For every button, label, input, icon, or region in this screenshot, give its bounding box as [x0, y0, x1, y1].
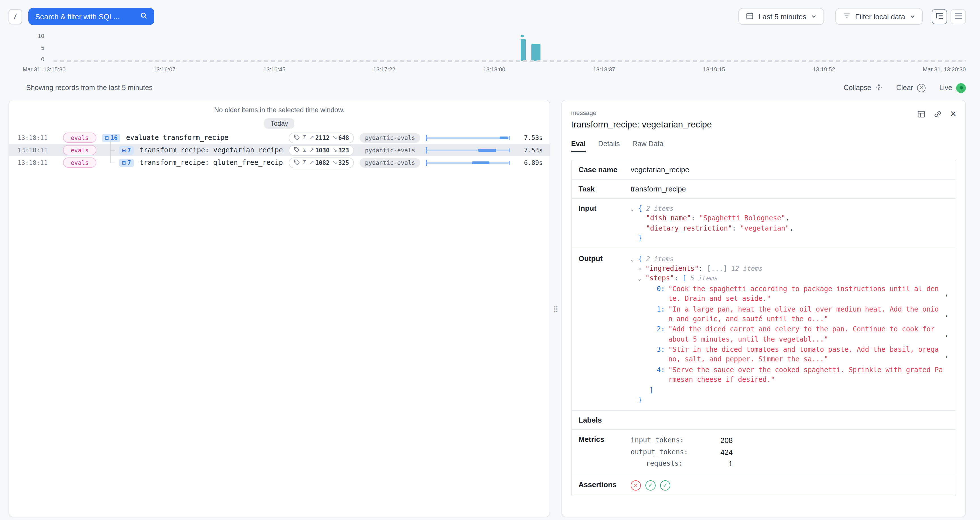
output-json-viewer: {2 items "ingredients"[...]12 items "ste…	[631, 254, 949, 405]
assertion-fail-icon[interactable]	[631, 480, 641, 491]
tree-connector-stub	[110, 150, 115, 151]
span-count-toggle[interactable]: 7	[119, 159, 134, 167]
trace-time: 13:18:11	[18, 159, 57, 166]
records-timeline-chart: 10 5 0 Mar 31. 13:15:30 13:16:07 13:16:4…	[0, 30, 980, 73]
collapse-box-icon	[105, 134, 108, 141]
span-title[interactable]: transform_recipe: vegetarian_recipe	[140, 146, 283, 154]
open-brace: {	[638, 205, 642, 212]
trace-list-panel: No older items in the selected time wind…	[8, 100, 550, 517]
close-bracket: ]	[649, 386, 653, 394]
time-range-label: Last 5 minutes	[759, 12, 807, 21]
json-key: "dish_name"	[646, 214, 699, 222]
tag-icon	[294, 159, 300, 166]
sql-search-label: Search & filter with SQL...	[35, 12, 120, 21]
output-tokens-count: 325	[338, 159, 349, 166]
trace-row[interactable]: 13:18:11 evals 16 evaluate transform_rec…	[9, 132, 550, 144]
case-name-value: vegetarian_recipe	[631, 165, 949, 174]
eval-table: Case name vegetarian_recipe Task transfo…	[571, 160, 956, 496]
trace-row[interactable]: 13:18:11 evals 7 transform_recipe: veget…	[9, 144, 550, 156]
time-range-dropdown[interactable]: Last 5 minutes	[739, 8, 824, 25]
collapse-button[interactable]: Collapse	[843, 83, 883, 93]
expand-node-icon[interactable]	[638, 265, 645, 274]
timeline-bar[interactable]	[531, 44, 541, 60]
tree-view-button[interactable]	[932, 9, 947, 24]
json-string-value: "Spaghetti Bolognese"	[699, 214, 785, 222]
clear-circle-x-icon	[917, 84, 926, 92]
package-tag[interactable]: pydantic-evals	[360, 158, 420, 167]
sql-search-button[interactable]: Search & filter with SQL...	[29, 8, 154, 25]
scope-badge[interactable]: evals	[63, 157, 96, 168]
input-tokens-count: 1030	[315, 147, 330, 154]
duration-bar	[426, 135, 510, 141]
span-count-toggle[interactable]: 16	[102, 133, 121, 142]
y-axis-tick: 0	[25, 56, 44, 62]
duration-bar	[426, 147, 510, 153]
explore-icon[interactable]	[917, 109, 926, 118]
today-pill[interactable]: Today	[264, 118, 294, 128]
clear-button[interactable]: Clear	[896, 84, 926, 92]
items-count-note: 2 items	[646, 255, 673, 263]
panel-resize-handle[interactable]	[553, 305, 558, 312]
duration-bar	[426, 159, 510, 166]
array-index: 4:	[657, 365, 665, 385]
items-count-note: 12 items	[731, 265, 763, 273]
detail-tabs: Eval Details Raw Data	[571, 140, 956, 152]
metric-value: 424	[683, 447, 733, 458]
metric-name: output_tokens:	[631, 447, 683, 458]
timeline-bar[interactable]	[520, 39, 526, 60]
package-tag[interactable]: pydantic-evals	[360, 133, 420, 143]
x-axis-tick: 13:19:52	[813, 66, 835, 73]
output-tokens-arrow-icon	[332, 135, 337, 141]
items-count-note: 2 items	[646, 205, 673, 212]
tab-details[interactable]: Details	[598, 140, 620, 152]
span-count-toggle[interactable]: 7	[119, 146, 134, 154]
copy-link-icon[interactable]	[934, 109, 942, 118]
json-comma: ,	[940, 289, 949, 299]
json-string-value: "vegetarian"	[740, 224, 789, 232]
input-tokens-count: 1082	[315, 159, 330, 166]
span-title[interactable]: evaluate transform_recipe	[126, 134, 283, 142]
live-toggle-button[interactable]: Live	[939, 83, 966, 93]
x-axis-tick: Mar 31. 13:15:30	[23, 66, 65, 73]
package-tag[interactable]: pydantic-evals	[360, 145, 420, 155]
trace-row[interactable]: 13:18:11 evals 7 transform_recipe: glute…	[9, 156, 550, 169]
timeline-plot-area[interactable]	[53, 32, 966, 62]
array-index: 2:	[657, 325, 665, 345]
span-count: 16	[110, 134, 118, 141]
collapse-node-icon[interactable]	[631, 256, 638, 263]
tab-raw-data[interactable]: Raw Data	[632, 140, 663, 152]
assertion-pass-icon[interactable]	[660, 480, 670, 491]
scope-badge[interactable]: evals	[63, 133, 96, 143]
top-bar: / Search & filter with SQL... Last 5 min…	[8, 7, 966, 25]
case-name-row: Case name vegetarian_recipe	[572, 160, 956, 179]
array-index: 3:	[657, 345, 665, 365]
json-comma: ,	[940, 330, 949, 339]
span-title[interactable]: transform_recipe: gluten_free_recipe	[140, 159, 283, 166]
json-array-item: 1:"In a large pan, heat the olive oil ov…	[631, 304, 949, 324]
input-tokens-arrow-icon	[309, 160, 314, 165]
collapsed-array[interactable]: [...]	[707, 265, 727, 273]
metric-value: 208	[683, 435, 733, 447]
assertions-row: Assertions	[572, 475, 956, 496]
collapse-node-icon[interactable]	[631, 206, 638, 213]
view-toggle-group	[932, 9, 966, 24]
panel-gap	[550, 100, 562, 517]
metric-value: 1	[683, 458, 733, 469]
assertion-pass-icon[interactable]	[645, 480, 655, 491]
x-axis-labels: Mar 31. 13:15:30 13:16:07 13:16:45 13:17…	[23, 66, 966, 73]
filter-local-data-dropdown[interactable]: Filter local data	[835, 8, 923, 25]
expand-box-icon	[122, 146, 126, 154]
tag-icon	[294, 134, 300, 141]
close-icon[interactable]	[950, 109, 956, 119]
list-view-icon	[954, 12, 962, 21]
live-label: Live	[939, 84, 952, 92]
collapse-node-icon[interactable]	[638, 276, 645, 283]
list-view-button[interactable]	[950, 9, 966, 24]
tab-eval[interactable]: Eval	[571, 140, 585, 152]
json-key: "ingredients"	[645, 265, 707, 273]
task-label: Task	[579, 185, 631, 193]
scope-badge[interactable]: evals	[63, 145, 96, 155]
items-count-note: 5 items	[690, 274, 718, 282]
json-entry: "ingredients"[...]12 items	[631, 264, 949, 274]
task-value: transform_recipe	[631, 185, 949, 193]
